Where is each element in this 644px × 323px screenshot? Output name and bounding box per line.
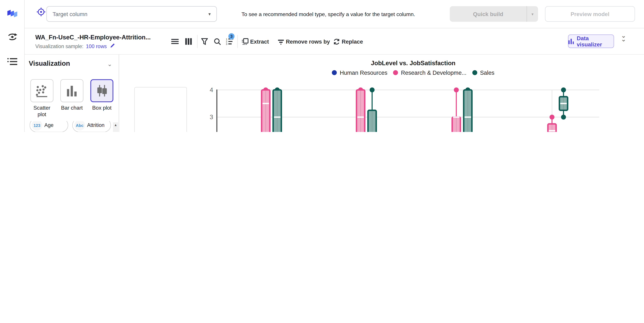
filter-icon[interactable] <box>200 37 209 46</box>
data-flow-icon[interactable] <box>0 32 25 42</box>
column-type-badge: Abc <box>74 121 85 130</box>
steps-count-badge: 3 <box>228 33 234 39</box>
column-chip-label: Age <box>44 122 53 128</box>
legend-dot-icon <box>472 70 477 75</box>
remove-rows-icon[interactable] <box>277 37 285 46</box>
replace-button[interactable]: Replace <box>342 38 363 45</box>
extract-icon[interactable] <box>241 37 250 46</box>
canvas-logo-icon[interactable] <box>0 9 25 18</box>
visualization-sample: Visualization sample:100 rows <box>36 43 115 49</box>
legend-item[interactable]: Research & Developme... <box>393 69 466 76</box>
app-window: ? › Target column ▾ To see a recommended <box>0 0 644 132</box>
scroll-up-icon[interactable]: ▲ <box>113 123 118 127</box>
column-chip[interactable]: 123Age <box>30 121 68 132</box>
svg-text:4: 4 <box>210 86 213 93</box>
collapse-double-chevron-icon[interactable]: ⌄⌄ <box>621 34 626 41</box>
dataset-toolbar: WA_Fn-UseC_-HR-Employee-Attrition... Vis… <box>25 28 644 55</box>
svg-text:1: 1 <box>226 38 227 40</box>
legend-item[interactable]: Sales <box>472 69 494 76</box>
quick-build-button[interactable]: Quick build ▾ <box>450 6 538 22</box>
target-column-select[interactable]: Target column ▾ <box>46 6 217 22</box>
preview-model-button[interactable]: Preview model <box>545 6 635 22</box>
chart-type-label: Bar chart <box>60 105 83 111</box>
model-hint-text: To see a recommended model type, specify… <box>242 0 415 28</box>
chart-type-box-plot[interactable] <box>90 79 113 102</box>
column-view-icon[interactable] <box>184 37 193 46</box>
y-axis-panel: JobSatisfact... ▾ <box>134 87 187 132</box>
visualization-panel: Visualization ⌄ Scatter plot <box>25 55 119 132</box>
quick-build-dropdown[interactable]: ▾ <box>526 6 538 22</box>
column-chip-list: 123AgeAbcAttritionAbcBusines...123DailyR… <box>30 121 119 132</box>
chart-type-scatter[interactable] <box>30 79 53 102</box>
quick-build-label: Quick build <box>450 6 526 22</box>
chart-area: JobLevel vs. JobSatisfaction Human Resou… <box>120 55 644 132</box>
svg-text:3: 3 <box>226 43 227 45</box>
column-chip[interactable]: AbcAttrition <box>72 121 111 132</box>
replace-icon[interactable] <box>332 37 340 46</box>
panel-scrollbar[interactable]: ▲ ▼ <box>113 122 118 132</box>
panel-title: Visualization <box>29 59 70 67</box>
extract-button[interactable]: Extract <box>250 38 269 45</box>
chart-type-label: Box plot <box>90 105 113 111</box>
chart-legend: Human ResourcesResearch & Developme...Sa… <box>193 69 633 76</box>
svg-text:3: 3 <box>210 114 213 120</box>
data-visualizer-button[interactable]: Data visualizer <box>568 34 614 48</box>
toolbar-separator <box>197 35 198 48</box>
column-chip-label: Attrition <box>87 122 104 128</box>
search-icon[interactable] <box>213 37 221 46</box>
dataset-title: WA_Fn-UseC_-HR-Employee-Attrition... <box>36 34 151 41</box>
model-topbar: Target column ▾ To see a recommended mod… <box>25 0 644 28</box>
target-icon <box>36 7 46 18</box>
toolbar-separator <box>238 35 238 48</box>
chevron-down-icon: ▾ <box>208 11 211 16</box>
column-type-badge: 123 <box>32 121 42 130</box>
app-sidebar: ? › <box>0 0 25 132</box>
chart-type-cards: Scatter plot Bar chart B <box>30 79 113 118</box>
chart-type-bar[interactable] <box>60 79 83 102</box>
sample-rows-link[interactable]: 100 rows <box>86 43 107 49</box>
bar-chart-icon <box>568 38 574 44</box>
list-view-icon[interactable] <box>171 37 179 46</box>
steps-list-icon[interactable] <box>0 57 25 66</box>
remove-rows-button[interactable]: Remove rows by <box>286 38 330 45</box>
target-column-placeholder: Target column <box>52 11 88 17</box>
legend-item[interactable]: Human Resources <box>332 69 387 76</box>
legend-dot-icon <box>393 70 398 75</box>
edit-pencil-icon[interactable] <box>110 43 115 49</box>
legend-dot-icon <box>332 70 337 75</box>
scatter-plot-icon <box>34 83 49 98</box>
box-plot-icon <box>96 84 108 97</box>
chart-title: JobLevel vs. JobSatisfaction <box>193 59 633 66</box>
collapse-panel-chevron-icon[interactable]: ⌄ <box>107 61 112 67</box>
bar-chart-icon <box>66 85 78 96</box>
boxplot-canvas: 012342134 <box>193 84 600 132</box>
chart-type-label: Scatter plot <box>30 105 53 118</box>
svg-text:2: 2 <box>226 40 227 43</box>
